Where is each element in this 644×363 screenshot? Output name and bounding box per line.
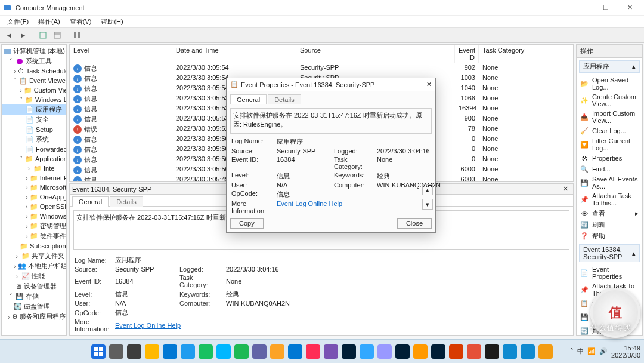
- dialog-tab-details[interactable]: Details: [268, 94, 301, 104]
- taskbar-app-icon[interactable]: [145, 344, 159, 359]
- toolbar-btn[interactable]: [51, 29, 64, 42]
- tree-applogs[interactable]: ˅📁Applications and S: [2, 154, 66, 164]
- event-row[interactable]: i信息2022/3/30 3:05:54Security-SPP902None: [70, 63, 573, 73]
- arrow-up-icon[interactable]: ▴: [422, 184, 433, 195]
- tree-item[interactable]: ›📁密钥管理服务: [2, 221, 66, 231]
- tree-item[interactable]: ›📁OpenSSH: [2, 202, 66, 211]
- taskbar-app-icon[interactable]: [431, 344, 445, 359]
- tree-fwd-log[interactable]: 📄Forwarded Eve: [2, 144, 66, 154]
- dialog-link-more[interactable]: Event Log Online Help: [277, 200, 442, 214]
- tree-eventviewer[interactable]: ˅📋Event Viewer: [2, 76, 66, 85]
- tree-customviews[interactable]: ›📁Custom Views: [2, 85, 66, 95]
- taskbar-app-icon[interactable]: [360, 344, 374, 359]
- tray-time[interactable]: 15:49: [624, 344, 640, 352]
- action-item[interactable]: ❓帮助: [577, 230, 642, 242]
- taskbar-app-icon[interactable]: [413, 344, 428, 359]
- taskbar-app-icon[interactable]: [91, 344, 106, 359]
- action-item[interactable]: 📌Attach a Task To this...: [577, 191, 642, 208]
- tray-chevron-icon[interactable]: ˄: [570, 347, 574, 355]
- nav-tree[interactable]: 计算机管理 (本地) ˅系统工具 ›⏱Task Scheduler ˅📋Even…: [1, 44, 67, 336]
- link-more-info[interactable]: Event Log Online Help: [115, 322, 304, 329]
- taskbar-app-icon[interactable]: [181, 344, 195, 359]
- tree-item[interactable]: ›📁Intel: [2, 164, 66, 173]
- tree-subs[interactable]: 📁Subscriptions: [2, 241, 66, 251]
- taskbar[interactable]: ˄ 中 📶 🔊 15:49 2022/3/30: [0, 339, 644, 363]
- window-maximize[interactable]: ☐: [594, 1, 618, 14]
- toolbar-btn[interactable]: [70, 29, 83, 42]
- action-item[interactable]: 👁查看▸: [577, 208, 642, 219]
- close-icon[interactable]: ✕: [561, 185, 571, 193]
- taskbar-app-icon[interactable]: [109, 344, 123, 359]
- action-item[interactable]: 🔽Filter Current Log...: [577, 136, 642, 153]
- col-task[interactable]: Task Category: [479, 45, 544, 63]
- tree-winlogs[interactable]: ˅📁Windows Logs: [2, 95, 66, 104]
- taskbar-app-icon[interactable]: [521, 344, 535, 359]
- arrow-down-icon[interactable]: ▾: [422, 199, 433, 210]
- tray-volume-icon[interactable]: 🔊: [599, 347, 608, 355]
- taskbar-app-icon[interactable]: [270, 344, 284, 359]
- tray-wifi-icon[interactable]: 📶: [587, 347, 596, 355]
- dialog-close-icon[interactable]: ✕: [426, 81, 432, 88]
- system-tray[interactable]: ˄ 中 📶 🔊 15:49 2022/3/30: [570, 344, 640, 359]
- tree-item[interactable]: ›📁Windows Power: [2, 211, 66, 221]
- tray-date[interactable]: 2022/3/30: [611, 352, 640, 359]
- tree-storage[interactable]: ˅💾存储: [2, 291, 66, 302]
- taskbar-app-icon[interactable]: [234, 344, 249, 359]
- nav-fwd-icon[interactable]: ►: [17, 29, 30, 42]
- nav-back-icon[interactable]: ◄: [2, 29, 16, 42]
- tree-shared[interactable]: ›📁共享文件夹: [2, 251, 66, 261]
- window-minimize[interactable]: ─: [570, 1, 594, 14]
- tree-tasksched[interactable]: ›⏱Task Scheduler: [2, 66, 66, 76]
- taskbar-app-icon[interactable]: [467, 344, 481, 359]
- col-source[interactable]: Source: [296, 45, 455, 63]
- tree-item[interactable]: ›📁Internet Explor: [2, 173, 66, 183]
- tree-svcs[interactable]: ›⚙服务和应用程序: [2, 312, 66, 322]
- tree-item[interactable]: ›📁Microsoft: [2, 183, 66, 192]
- toolbar-btn[interactable]: [36, 29, 49, 42]
- taskbar-app-icon[interactable]: [288, 344, 302, 359]
- tree-sys-log[interactable]: 📄系统: [2, 134, 66, 144]
- taskbar-app-icon[interactable]: [199, 344, 213, 359]
- taskbar-app-icon[interactable]: [342, 344, 356, 359]
- tree-perf[interactable]: ›📈性能: [2, 271, 66, 281]
- tree-systools[interactable]: ˅系统工具: [2, 56, 66, 66]
- action-item[interactable]: 💾Save All Events As...: [577, 174, 642, 191]
- tree-users[interactable]: ›👥本地用户和组: [2, 261, 66, 271]
- action-item[interactable]: ✨Create Custom View...: [577, 92, 642, 109]
- column-headers[interactable]: Level Date and Time Source Event ID Task…: [70, 45, 573, 63]
- tab-general[interactable]: General: [72, 196, 109, 207]
- tree-setup-log[interactable]: 📄Setup: [2, 125, 66, 134]
- copy-button[interactable]: Copy: [230, 218, 264, 229]
- taskbar-app-icon[interactable]: [395, 344, 410, 359]
- action-item[interactable]: 📂Open Saved Log...: [577, 75, 642, 92]
- taskbar-app-icon[interactable]: [485, 344, 499, 359]
- dialog-tab-general[interactable]: General: [230, 94, 267, 104]
- tree-devmgr[interactable]: 🖥设备管理器: [2, 281, 66, 291]
- action-item[interactable]: 🔄刷新: [577, 219, 642, 230]
- col-date[interactable]: Date and Time: [172, 45, 296, 63]
- taskbar-app-icon[interactable]: [377, 344, 392, 359]
- taskbar-app-icon[interactable]: [127, 344, 141, 359]
- action-item[interactable]: 📥Import Custom View...: [577, 109, 642, 125]
- window-close[interactable]: ✕: [618, 1, 642, 14]
- col-level[interactable]: Level: [70, 45, 172, 63]
- taskbar-app-icon[interactable]: [449, 344, 463, 359]
- taskbar-app-icon[interactable]: [306, 344, 320, 359]
- col-eventid[interactable]: Event ID: [455, 45, 479, 63]
- menu-view[interactable]: 查看(V): [65, 16, 97, 27]
- tray-ime-icon[interactable]: 中: [577, 347, 584, 356]
- menu-action[interactable]: 操作(A): [33, 16, 65, 27]
- action-item[interactable]: 🛠Properties: [577, 153, 642, 164]
- action-item[interactable]: 📄Event Properties: [577, 264, 642, 281]
- taskbar-app-icon[interactable]: [538, 344, 553, 359]
- tree-app-log[interactable]: 📄应用程序: [2, 104, 66, 115]
- close-button[interactable]: Close: [397, 218, 432, 229]
- tree-item[interactable]: ›📁OneApp_IGCC: [2, 192, 66, 202]
- action-item[interactable]: 🔍Find...: [577, 164, 642, 174]
- taskbar-app-icon[interactable]: [324, 344, 338, 359]
- tab-details[interactable]: Details: [110, 196, 143, 207]
- tree-root[interactable]: 计算机管理 (本地): [2, 46, 66, 56]
- taskbar-app-icon[interactable]: [216, 344, 231, 359]
- action-item[interactable]: 🧹Clear Log...: [577, 125, 642, 136]
- menu-help[interactable]: 帮助(H): [96, 16, 128, 27]
